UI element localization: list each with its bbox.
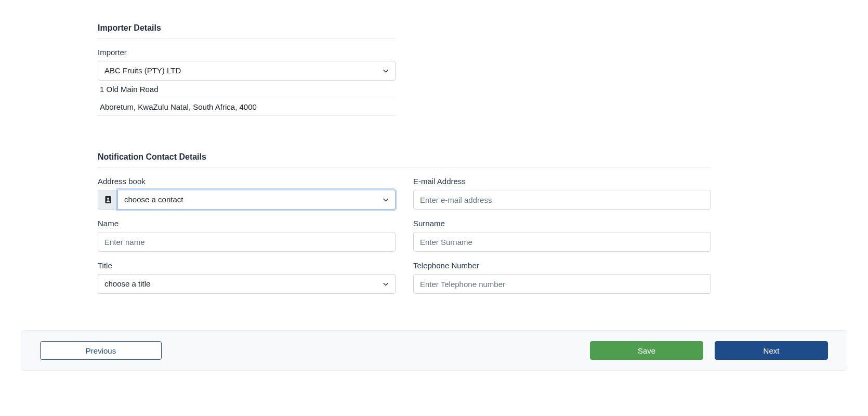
title-label: Title bbox=[98, 261, 396, 270]
address-book-label: Address book bbox=[98, 177, 396, 186]
importer-address-line1: 1 Old Main Road bbox=[98, 81, 396, 98]
surname-label: Surname bbox=[413, 219, 711, 228]
importer-details-section: Importer Details Importer ABC Fruits (PT… bbox=[98, 0, 396, 116]
svg-point-1 bbox=[107, 198, 109, 200]
telephone-input[interactable] bbox=[413, 274, 711, 294]
address-book-select[interactable]: choose a contact bbox=[117, 190, 396, 210]
previous-button[interactable]: Previous bbox=[40, 341, 162, 360]
email-input[interactable] bbox=[413, 190, 711, 210]
divider bbox=[98, 38, 396, 38]
save-button[interactable]: Save bbox=[590, 341, 703, 360]
importer-label: Importer bbox=[98, 48, 396, 57]
importer-details-heading: Importer Details bbox=[98, 0, 396, 38]
email-label: E-mail Address bbox=[413, 177, 711, 186]
importer-select-wrap: ABC Fruits (PTY) LTD bbox=[98, 61, 396, 81]
address-book-icon bbox=[98, 190, 117, 210]
next-button[interactable]: Next bbox=[715, 341, 828, 360]
telephone-label: Telephone Number bbox=[413, 261, 711, 270]
address-book-select-wrap: choose a contact bbox=[117, 190, 396, 210]
title-select[interactable]: choose a title bbox=[98, 274, 396, 294]
notification-contact-heading: Notification Contact Details bbox=[98, 116, 711, 167]
name-input[interactable] bbox=[98, 232, 396, 252]
name-label: Name bbox=[98, 219, 396, 228]
notification-contact-section: Notification Contact Details Address boo… bbox=[98, 116, 711, 294]
surname-input[interactable] bbox=[413, 232, 711, 252]
importer-address-line2: Aboretum, KwaZulu Natal, South Africa, 4… bbox=[98, 98, 396, 116]
importer-select[interactable]: ABC Fruits (PTY) LTD bbox=[98, 61, 396, 81]
title-select-wrap: choose a title bbox=[98, 274, 396, 294]
footer-bar: Previous Save Next bbox=[21, 330, 847, 371]
